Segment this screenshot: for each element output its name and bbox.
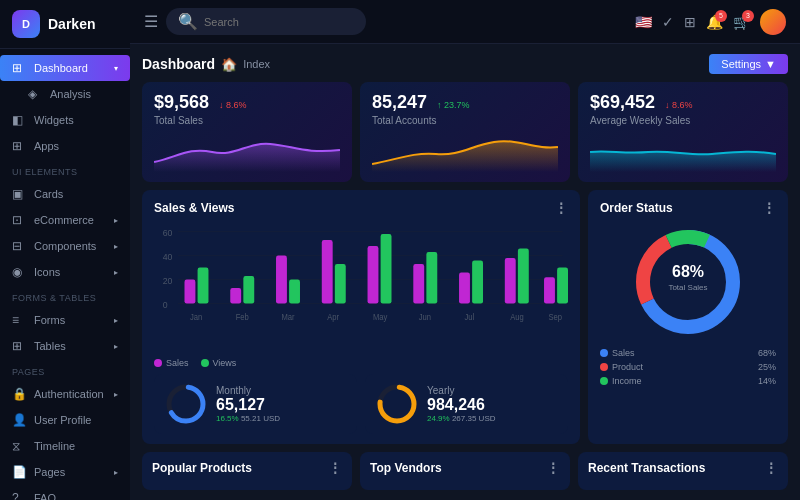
sales-views-menu[interactable]: ⋮ [554, 200, 568, 216]
sidebar-item-label: Dashboard [34, 62, 88, 74]
popular-products-card: Popular Products ⋮ [142, 452, 352, 490]
metric-info-monthly: Monthly 65,127 16.5% 55.21 USD [216, 385, 347, 423]
sidebar-item-label: User Profile [34, 414, 91, 426]
sidebar-item-apps[interactable]: ⊞ Apps [0, 133, 130, 159]
metric-card-yearly: Yearly 984,246 24.9% 267.35 USD [365, 374, 568, 434]
stat-change-2: ↓ 8.6% [665, 100, 693, 110]
recent-transactions-menu[interactable]: ⋮ [764, 460, 778, 476]
svg-rect-19 [426, 252, 437, 304]
tables-icon: ⊞ [12, 339, 26, 353]
svg-text:Total Sales: Total Sales [668, 283, 707, 292]
components-icon: ⊟ [12, 239, 26, 253]
order-legend-income: Income 14% [600, 376, 776, 386]
check-icon[interactable]: ✓ [662, 14, 674, 30]
svg-rect-13 [289, 280, 300, 304]
widgets-icon: ◧ [12, 113, 26, 127]
breadcrumb-row: Dashboard 🏠 Index Settings ▼ [142, 54, 788, 74]
svg-text:Jul: Jul [465, 313, 475, 322]
svg-rect-12 [276, 256, 287, 304]
sales-views-title: Sales & Views ⋮ [154, 200, 568, 216]
avatar[interactable] [760, 9, 786, 35]
svg-rect-14 [322, 240, 333, 304]
stat-change-1: ↑ 23.7% [437, 100, 470, 110]
settings-button[interactable]: Settings ▼ [709, 54, 788, 74]
sidebar-item-faq[interactable]: ? FAQ [0, 485, 130, 500]
svg-rect-17 [381, 234, 392, 304]
stat-value-1: 85,247 [372, 92, 427, 113]
svg-text:Jan: Jan [190, 313, 202, 322]
sidebar-item-ecommerce[interactable]: ⊡ eCommerce ▸ [0, 207, 130, 233]
top-vendors-title: Top Vendors ⋮ [370, 460, 560, 476]
order-donut: 68% Total Sales [600, 222, 776, 342]
popular-products-title: Popular Products ⋮ [152, 460, 342, 476]
sidebar-item-widgets[interactable]: ◧ Widgets [0, 107, 130, 133]
sidebar-item-tables[interactable]: ⊞ Tables ▸ [0, 333, 130, 359]
sidebar-item-dashboard[interactable]: ⊞ Dashboard ▾ [0, 55, 130, 81]
svg-rect-15 [335, 264, 346, 304]
popular-products-menu[interactable]: ⋮ [328, 460, 342, 476]
forms-section-label: FORMS & TABLES [0, 285, 130, 307]
stat-value-0: $9,568 [154, 92, 209, 113]
yearly-donut [375, 382, 419, 426]
search-box[interactable]: 🔍 [166, 8, 366, 35]
stat-value-2: $69,452 [590, 92, 655, 113]
stat-change-0: ↓ 8.6% [219, 100, 247, 110]
order-status-menu[interactable]: ⋮ [762, 200, 776, 216]
pages-icon: 📄 [12, 465, 26, 479]
chart-legend: Sales Views [154, 358, 568, 368]
svg-rect-11 [243, 276, 254, 304]
sidebar-item-forms[interactable]: ≡ Forms ▸ [0, 307, 130, 333]
metric-info-yearly: Yearly 984,246 24.9% 267.35 USD [427, 385, 558, 423]
sidebar-item-pages[interactable]: 📄 Pages ▸ [0, 459, 130, 485]
svg-text:20: 20 [163, 276, 173, 286]
sidebar-item-label: Cards [34, 188, 63, 200]
svg-text:Sep: Sep [548, 313, 562, 322]
sidebar-item-components[interactable]: ⊟ Components ▸ [0, 233, 130, 259]
svg-text:Mar: Mar [281, 313, 294, 322]
sidebar-item-label: Authentication [34, 388, 104, 400]
sidebar-item-cards[interactable]: ▣ Cards [0, 181, 130, 207]
svg-rect-20 [459, 272, 470, 303]
top-vendors-menu[interactable]: ⋮ [546, 460, 560, 476]
svg-text:Feb: Feb [236, 313, 250, 322]
svg-text:Jun: Jun [419, 313, 431, 322]
svg-rect-16 [368, 246, 379, 304]
cart-icon[interactable]: 🛒 3 [733, 14, 750, 30]
topbar: ☰ 🔍 🇺🇸 ✓ ⊞ 🔔 5 🛒 3 [130, 0, 800, 44]
user-icon: 👤 [12, 413, 26, 427]
search-input[interactable] [204, 16, 354, 28]
sales-views-card: Sales & Views ⋮ 60 40 20 0 [142, 190, 580, 444]
order-status-title: Order Status ⋮ [600, 200, 776, 216]
legend-dot-views [201, 359, 209, 367]
sidebar-item-analysis[interactable]: ◈ Analysis [0, 81, 130, 107]
sidebar-item-timeline[interactable]: ⧖ Timeline [0, 433, 130, 459]
svg-text:40: 40 [163, 252, 173, 262]
notification-badge: 5 [715, 10, 727, 22]
legend-circle-income [600, 377, 608, 385]
pages-section-label: PAGES [0, 359, 130, 381]
logo-area[interactable]: D Darken [0, 0, 130, 49]
metrics-row: Monthly 65,127 16.5% 55.21 USD [154, 374, 568, 434]
flag-icon[interactable]: 🇺🇸 [635, 14, 652, 30]
hamburger-icon[interactable]: ☰ [144, 12, 158, 31]
stat-label-0: Total Sales [154, 115, 340, 126]
svg-text:Aug: Aug [510, 313, 524, 322]
order-legend-sales: Sales 68% [600, 348, 776, 358]
order-status-card: Order Status ⋮ 68% Total Sales [588, 190, 788, 444]
page-title: Dashboard [142, 56, 215, 72]
analysis-icon: ◈ [28, 87, 42, 101]
svg-rect-9 [198, 268, 209, 304]
middle-row: Sales & Views ⋮ 60 40 20 0 [142, 190, 788, 444]
sidebar-item-auth[interactable]: 🔒 Authentication ▸ [0, 381, 130, 407]
sidebar-item-label: Widgets [34, 114, 74, 126]
notification-icon[interactable]: 🔔 5 [706, 14, 723, 30]
svg-text:60: 60 [163, 228, 173, 238]
grid-icon[interactable]: ⊞ [684, 14, 696, 30]
sidebar-item-icons[interactable]: ◉ Icons ▸ [0, 259, 130, 285]
stat-card-1: 85,247 ↑ 23.7% Total Accounts [360, 82, 570, 182]
sidebar-item-label: Icons [34, 266, 60, 278]
ecommerce-icon: ⊡ [12, 213, 26, 227]
breadcrumb-crumb: Index [243, 58, 270, 70]
sidebar-item-user-profile[interactable]: 👤 User Profile [0, 407, 130, 433]
sidebar-item-label: Forms [34, 314, 65, 326]
